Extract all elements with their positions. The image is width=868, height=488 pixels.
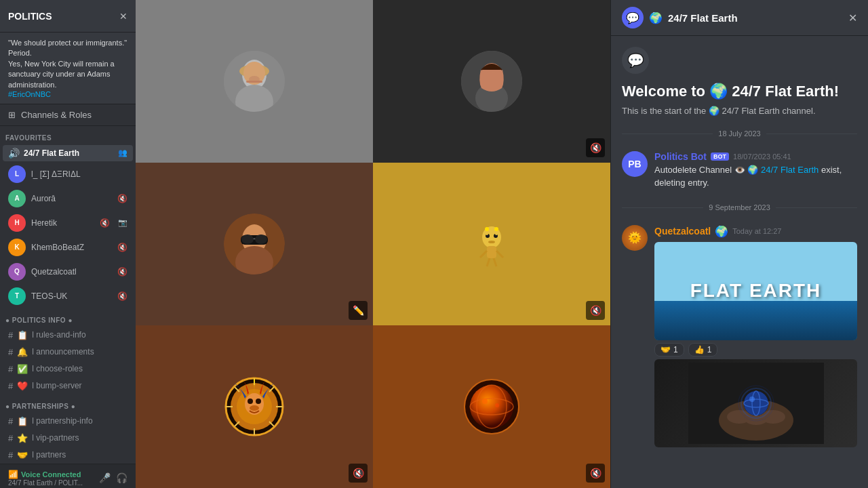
- avatar-tile-2: [461, 51, 522, 112]
- avatar-tile-1: [224, 51, 285, 112]
- member-name-aurora: Aurorâ: [31, 194, 56, 203]
- avatar-tile-5: [220, 373, 288, 441]
- video-tile-1: [136, 0, 373, 163]
- avatar-tile-4: [461, 214, 522, 274]
- mute-badge-tile-6: 🔇: [586, 464, 605, 483]
- channel-name-roles: l choose-roles: [32, 364, 83, 373]
- vip-icon: ⭐: [17, 433, 28, 443]
- video-icon-heretik: 📷: [118, 218, 127, 227]
- channel-choose-roles[interactable]: # ✅ l choose-roles: [3, 361, 133, 377]
- section-partnerships: ● PARTNERSHIPS ●: [0, 394, 136, 413]
- right-panel-body: 💬 Welcome to 🌍 24/7 Flat Earth! This is …: [611, 36, 868, 488]
- member-khem[interactable]: K KhemBoBeatZ 🔇: [3, 236, 133, 259]
- hash-icon-5: #: [8, 416, 13, 426]
- member-avatar-aurora: A: [8, 190, 26, 207]
- close-icon[interactable]: ✕: [848, 12, 857, 24]
- server-header[interactable]: POLITICS ✕: [0, 0, 136, 33]
- member-aurora[interactable]: A Aurorâ 🔇: [3, 187, 133, 210]
- mute-icon-khem: 🔇: [117, 243, 127, 252]
- svg-point-15: [255, 235, 267, 244]
- section-partnerships-label: ● PARTNERSHIPS ●: [5, 403, 75, 410]
- channel-name-announcements: l announcements: [32, 347, 94, 357]
- politics-bot-content: Politics Bot BOT 18/07/2023 05:41 Autode…: [654, 151, 857, 190]
- politics-bot-header: Politics Bot BOT 18/07/2023 05:41: [654, 151, 857, 162]
- right-panel: 💬 🌍 24/7 Flat Earth ✕ 💬 Welcome to 🌍 24/…: [610, 0, 868, 488]
- message-quetzalcoatl: 🌞 Quetzalcoatl 🌍 Today at 12:27 FLAT EAR…: [622, 225, 857, 447]
- svg-point-28: [494, 227, 498, 231]
- member-icons: 👥: [118, 148, 127, 157]
- welcome-icon-wrap: 💬: [622, 47, 649, 74]
- member-avatar-teos: T: [8, 287, 26, 305]
- member-name-quetz: Quetzalcoatl: [31, 267, 77, 277]
- avatar-tile-6: [458, 373, 526, 441]
- channel-flat-earth[interactable]: 🔊 24/7 Flat Earth 👥: [3, 145, 133, 161]
- reaction-count-2: 1: [707, 345, 712, 354]
- thumbsup-emoji: 👍: [694, 345, 705, 354]
- right-panel-header: 💬 🌍 24/7 Flat Earth ✕: [611, 0, 868, 36]
- mute-badge-tile-2: 🔇: [586, 138, 605, 157]
- svg-line-21: [494, 258, 496, 266]
- member-heretik[interactable]: H Heretik 🔇 📷: [3, 211, 133, 235]
- quetz-header: Quetzalcoatl 🌍 Today at 12:27: [654, 225, 857, 238]
- member-avatar-quetz: Q: [8, 263, 26, 281]
- hash-icon: #: [8, 330, 13, 340]
- reaction-count-1: 1: [673, 345, 678, 354]
- reaction-handshake[interactable]: 🤝 1: [654, 343, 684, 357]
- channels-roles-label: Channels & Roles: [21, 110, 92, 120]
- mute-badge-tile-5: 🔇: [349, 464, 368, 483]
- hash-icon-3: #: [8, 364, 13, 374]
- chevron-down-icon: ✕: [119, 11, 127, 22]
- date-divider-2: 9 September 2023: [622, 203, 857, 211]
- preview-quote: "We should protect our immigrants." Peri…: [8, 38, 127, 59]
- svg-point-43: [250, 405, 259, 411]
- mute-icon-aurora: 🔇: [117, 194, 127, 203]
- microphone-icon[interactable]: 🎤: [99, 472, 111, 483]
- welcome-title: Welcome to 🌍 24/7 Flat Earth!: [622, 82, 857, 102]
- channel-name-partners: l partners: [32, 450, 66, 460]
- panel-channel-name: 24/7 Flat Earth: [668, 12, 738, 24]
- channel-partnership-info[interactable]: # 📋 l partnership-info: [3, 413, 133, 429]
- svg-point-42: [256, 399, 261, 404]
- member-name-teos: TEOS-UK: [31, 291, 67, 301]
- channel-announcements[interactable]: # 🔔 l announcements: [3, 344, 133, 360]
- flat-earth-link[interactable]: 24/7 Flat Earth: [761, 165, 818, 175]
- politics-bot-time: 18/07/2023 05:41: [733, 152, 791, 161]
- channel-rules-info[interactable]: # 📋 l rules-and-info: [3, 327, 133, 343]
- channels-roles-button[interactable]: ⊞ Channels & Roles: [0, 104, 136, 126]
- section-favourites: FAVOURITES: [0, 126, 136, 144]
- member-aerial[interactable]: L l_ [Σ] ΔΞRIΔL: [3, 163, 133, 186]
- channel-name-vip: l vip-partners: [32, 433, 79, 443]
- svg-line-18: [480, 251, 487, 258]
- bot-badge: BOT: [711, 152, 729, 161]
- flat-earth-image-text: FLAT EARTH: [690, 280, 822, 302]
- handshake-emoji: 🤝: [660, 345, 671, 354]
- chat-bubble-icon: 💬: [627, 52, 644, 68]
- channel-partners[interactable]: # 🤝 l partners: [3, 447, 133, 463]
- headphone-icon[interactable]: 🎧: [116, 472, 127, 483]
- quetz-avatar: 🌞: [622, 225, 648, 251]
- channel-vip-partners[interactable]: # ⭐ l vip-partners: [3, 430, 133, 446]
- quetz-time: Today at 12:27: [732, 227, 781, 235]
- politics-bot-name: Politics Bot: [654, 151, 707, 162]
- channel-bump-server[interactable]: # ❤️ l bump-server: [3, 378, 133, 394]
- quetz-content: Quetzalcoatl 🌍 Today at 12:27 FLAT EARTH…: [654, 225, 857, 447]
- svg-point-41: [248, 399, 253, 404]
- video-tile-3: ✏️: [136, 163, 373, 325]
- server-name: POLITICS: [8, 11, 52, 22]
- member-name-khem: KhemBoBeatZ: [31, 243, 84, 252]
- member-teos[interactable]: T TEOS-UK 🔇: [3, 285, 133, 308]
- video-tile-5: 🔇: [136, 325, 373, 488]
- signal-icon: 📶: [8, 470, 18, 479]
- speaker-icon: 🔊: [8, 148, 20, 159]
- channel-name-rules: l rules-and-info: [32, 330, 85, 340]
- panel-channel-emoji: 🌍: [649, 12, 663, 24]
- quetz-name: Quetzalcoatl: [654, 226, 711, 237]
- svg-rect-6: [246, 81, 262, 83]
- member-quetzalcoatl[interactable]: Q Quetzalcoatl 🔇: [3, 260, 133, 283]
- second-image: [654, 359, 857, 447]
- flat-earth-image: FLAT EARTH: [654, 242, 857, 340]
- rules-icon: 📋: [17, 330, 28, 340]
- flat-earth-channel-name: 24/7 Flat Earth: [24, 148, 79, 158]
- preview-link[interactable]: #EricOnNBC: [8, 90, 127, 98]
- reaction-thumbsup[interactable]: 👍 1: [688, 343, 718, 357]
